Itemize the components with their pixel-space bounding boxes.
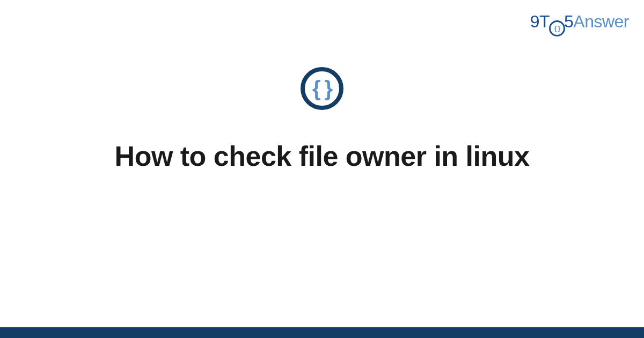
brand-answer: Answer (573, 12, 629, 31)
code-braces-icon: { } (301, 67, 343, 110)
brand-logo: 9T{ }5Answer (530, 12, 629, 36)
brand-nine: 9 (530, 12, 539, 31)
footer-bar (0, 327, 644, 338)
page-title: How to check file owner in linux (115, 139, 530, 173)
brand-t: T (539, 12, 550, 31)
braces-small-glyph: { } (554, 25, 560, 32)
brand-braces-icon: { } (549, 20, 565, 36)
braces-glyph: { } (312, 78, 332, 99)
main-content: { } How to check file owner in linux (0, 67, 644, 173)
brand-five: 5 (564, 12, 573, 31)
